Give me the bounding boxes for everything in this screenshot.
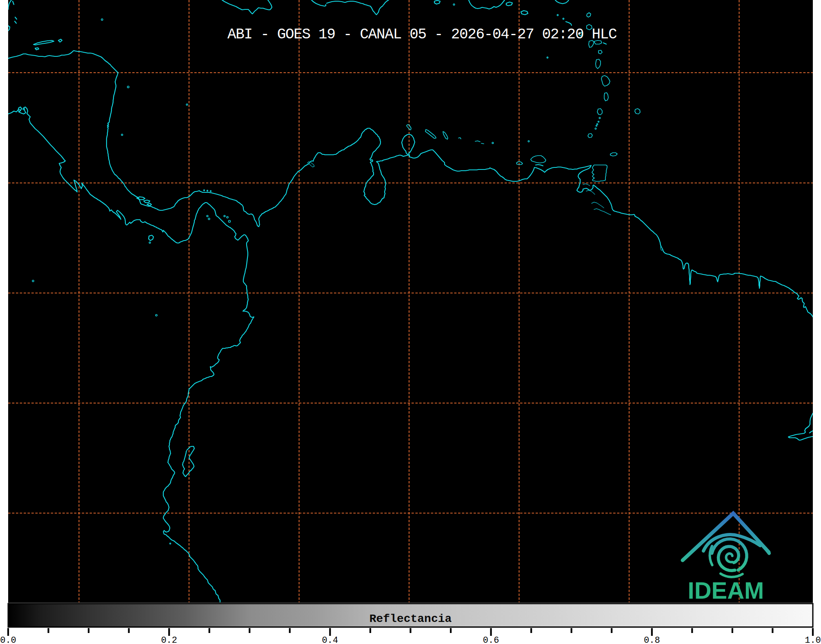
svg-text:IDEAM: IDEAM	[688, 577, 764, 604]
svg-text:ABI - GOES 19 - CANAL 05 - 202: ABI - GOES 19 - CANAL 05 - 2026-04-27 02…	[227, 26, 617, 43]
svg-text:Reflectancia: Reflectancia	[369, 613, 452, 625]
